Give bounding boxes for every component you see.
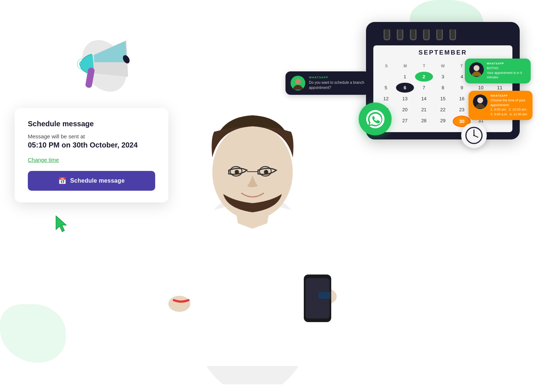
svg-point-19 bbox=[295, 79, 301, 85]
cal-day-29[interactable]: 29 bbox=[434, 116, 452, 127]
whatsapp-text-top: Do you want to schedule a branch appoint… bbox=[309, 80, 365, 90]
calendar-ring bbox=[423, 29, 430, 40]
schedule-button-label: Schedule message bbox=[70, 178, 125, 184]
cal-day-16[interactable]: 16 bbox=[453, 94, 471, 104]
whatsapp-bubble-content-orange: WHATSAPP Choose the time of your appoint… bbox=[490, 94, 528, 116]
cal-day-22[interactable]: 22 bbox=[434, 105, 452, 115]
whatsapp-logo bbox=[359, 102, 392, 135]
cal-day-14[interactable]: 14 bbox=[415, 94, 433, 104]
cal-day-13[interactable]: 13 bbox=[396, 94, 414, 104]
cal-day-15[interactable]: 15 bbox=[434, 94, 452, 104]
cal-day-3[interactable]: 3 bbox=[434, 72, 452, 82]
schedule-card-datetime: 05:10 PM on 30th October, 2024 bbox=[28, 141, 155, 149]
svg-point-12 bbox=[168, 296, 190, 312]
whatsapp-bubble-options: WHATSAPP Choose the time of your appoint… bbox=[468, 91, 533, 120]
cal-day-8[interactable]: 8 bbox=[434, 83, 452, 93]
cal-day-7[interactable]: 7 bbox=[415, 83, 433, 93]
day-label-sun: S bbox=[377, 62, 396, 70]
clock-widget bbox=[461, 123, 487, 148]
whatsapp-badge-top: WHATSAPP bbox=[309, 76, 365, 79]
main-scene: Schedule message Message will be sent at… bbox=[0, 0, 549, 392]
whatsapp-bubble-content-right: WHATSAPP BOTHOYour appointment is in 5 m… bbox=[487, 62, 526, 80]
calendar-ring bbox=[436, 29, 443, 40]
day-label-wed: W bbox=[433, 62, 452, 70]
svg-point-28 bbox=[473, 135, 475, 136]
whatsapp-badge-orange: WHATSAPP bbox=[490, 94, 528, 97]
cal-day-2[interactable]: 2 bbox=[415, 72, 433, 82]
calendar-rings bbox=[373, 29, 512, 40]
whatsapp-text-orange: Choose the time of your appointment:1. 9… bbox=[490, 98, 528, 116]
schedule-card: Schedule message Message will be sent at… bbox=[15, 108, 168, 202]
day-label-tue: T bbox=[415, 62, 433, 70]
cal-day-27[interactable]: 27 bbox=[396, 116, 414, 127]
schedule-card-subtitle: Message will be sent at bbox=[28, 133, 155, 139]
change-time-link[interactable]: Change time bbox=[28, 157, 59, 163]
calendar-ring bbox=[410, 29, 417, 40]
calendar-ring bbox=[449, 29, 456, 40]
cal-day-28[interactable]: 28 bbox=[415, 116, 433, 127]
schedule-card-title: Schedule message bbox=[28, 120, 155, 128]
whatsapp-bubble-content-top: WHATSAPP Do you want to schedule a branc… bbox=[309, 76, 365, 90]
day-label-mon: M bbox=[396, 62, 414, 70]
whatsapp-avatar-top bbox=[291, 76, 305, 90]
calendar-month-header: SEPTEMBER bbox=[373, 45, 512, 59]
whatsapp-avatar-orange bbox=[473, 94, 488, 109]
svg-point-21 bbox=[474, 65, 479, 71]
calendar-ring bbox=[384, 29, 390, 40]
cal-day-1[interactable]: 1 bbox=[396, 72, 414, 82]
cal-day-12[interactable]: 12 bbox=[377, 94, 395, 104]
cal-day-5[interactable]: 5 bbox=[377, 83, 395, 93]
decorative-blob-bottom bbox=[0, 304, 66, 363]
svg-point-23 bbox=[477, 97, 483, 103]
cal-day-20[interactable]: 20 bbox=[396, 105, 414, 115]
cursor-arrow bbox=[54, 214, 71, 234]
schedule-message-button[interactable]: 📅 Schedule message bbox=[28, 171, 155, 191]
calendar-ring bbox=[397, 29, 403, 40]
whatsapp-bubble-notification: WHATSAPP BOTHOYour appointment is in 5 m… bbox=[465, 59, 531, 83]
cal-day-empty bbox=[377, 72, 395, 82]
svg-point-11 bbox=[264, 170, 268, 174]
cal-day-21[interactable]: 21 bbox=[415, 105, 433, 115]
whatsapp-bubble-schedule: WHATSAPP Do you want to schedule a branc… bbox=[285, 71, 370, 95]
cal-day-6[interactable]: 6 bbox=[396, 83, 414, 93]
whatsapp-text-right: BOTHOYour appointment is in 5 minutes bbox=[487, 66, 526, 80]
whatsapp-avatar-right bbox=[469, 62, 484, 77]
whatsapp-badge-right: WHATSAPP bbox=[487, 62, 526, 65]
cal-day-9[interactable]: 9 bbox=[453, 83, 471, 93]
svg-point-10 bbox=[235, 170, 239, 174]
calendar-icon: 📅 bbox=[58, 177, 66, 185]
svg-rect-17 bbox=[318, 292, 329, 299]
cal-day-23[interactable]: 23 bbox=[453, 105, 471, 115]
